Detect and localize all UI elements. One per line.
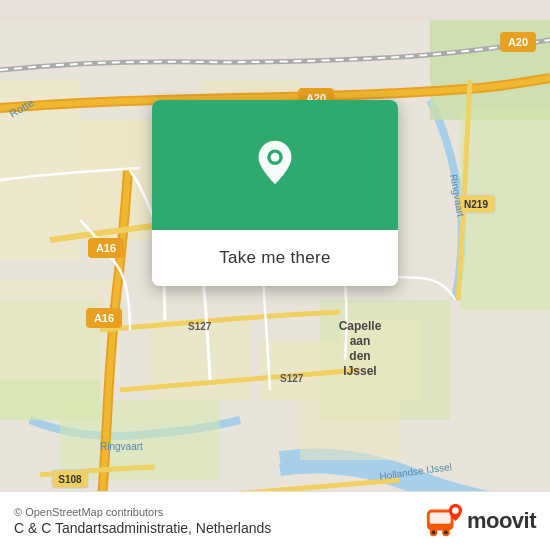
svg-text:Capelle: Capelle [339,319,382,333]
popup-map-preview [152,100,398,230]
svg-point-40 [271,153,280,162]
moovit-icon [425,502,463,540]
svg-text:A16: A16 [94,312,114,324]
bottom-bar: © OpenStreetMap contributors C & C Tanda… [0,491,550,550]
location-name: C & C Tandartsadministratie, Netherlands [14,520,271,536]
svg-rect-11 [260,340,340,400]
moovit-text: moovit [467,508,536,534]
svg-point-46 [444,531,448,535]
copyright-text: © OpenStreetMap contributors [14,506,271,518]
svg-rect-13 [300,400,400,460]
svg-text:S127: S127 [280,373,304,384]
svg-text:aan: aan [350,334,371,348]
svg-text:A16: A16 [96,242,116,254]
take-me-there-button[interactable]: Take me there [152,230,398,286]
svg-rect-42 [430,512,451,523]
svg-text:N219: N219 [464,199,488,210]
svg-text:A20: A20 [508,36,528,48]
moovit-logo: moovit [425,502,536,540]
bottom-left-info: © OpenStreetMap contributors C & C Tanda… [14,506,271,536]
svg-point-47 [452,507,459,514]
svg-text:IJssel: IJssel [343,364,376,378]
location-pin-icon [249,139,301,191]
svg-text:Ringvaart: Ringvaart [100,441,143,452]
svg-text:den: den [349,349,370,363]
svg-point-44 [432,531,436,535]
svg-text:S108: S108 [58,474,82,485]
map-container: A20 A20 A16 A16 S109 S127 S127 N219 N210… [0,0,550,550]
popup-card: Take me there [152,100,398,286]
svg-text:S127: S127 [188,321,212,332]
